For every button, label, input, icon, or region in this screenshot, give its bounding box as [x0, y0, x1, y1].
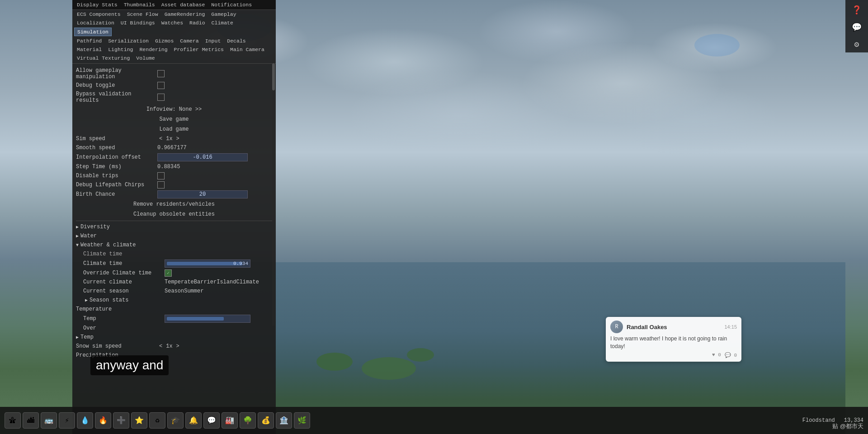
- menu-ui-bindings[interactable]: UI Bindings: [118, 19, 158, 27]
- save-game-button[interactable]: Save game: [156, 115, 193, 123]
- fire-icon[interactable]: 🔥: [95, 412, 111, 429]
- allow-gameplay-checkbox[interactable]: [157, 70, 165, 77]
- menu-virtual-texturing[interactable]: Virtual Texturing: [74, 54, 132, 62]
- menu-localization[interactable]: Localization: [74, 19, 117, 27]
- industry-icon[interactable]: 🏭: [222, 412, 238, 429]
- menu-main-camera[interactable]: Main Camera: [227, 46, 267, 53]
- infoview-button[interactable]: Infoview: None >>: [143, 105, 205, 113]
- taxes-icon[interactable]: 💰: [258, 412, 274, 429]
- birth-chance-input[interactable]: [157, 190, 248, 198]
- menu-volume[interactable]: Volume: [133, 54, 157, 62]
- menu-rendering[interactable]: Rendering: [137, 46, 170, 53]
- chat-header: R Randall Oakes 14:15: [610, 321, 737, 333]
- nature-icon[interactable]: 🌿: [294, 412, 310, 429]
- menu-profiler-metrics[interactable]: Profiler Metrics: [171, 46, 226, 53]
- garbage-icon[interactable]: ♻: [149, 412, 165, 429]
- menu-display-stats[interactable]: Display Stats: [74, 1, 120, 9]
- menu-simulation[interactable]: Simulation: [74, 28, 112, 36]
- climate-time-slider[interactable]: 0.934: [165, 259, 250, 268]
- cleanup-entities-button[interactable]: Cleanup obsolete entities: [130, 210, 218, 218]
- interpolation-input[interactable]: [157, 153, 248, 161]
- override-climate-checkbox[interactable]: [165, 269, 172, 277]
- health-icon[interactable]: ➕: [113, 412, 129, 429]
- menu-gizmos[interactable]: Gizmos: [152, 37, 176, 45]
- temp-label: Temp: [83, 316, 165, 322]
- menu-game-rendering[interactable]: GameRendering: [162, 10, 208, 18]
- scrollbar[interactable]: [272, 54, 275, 326]
- money-icon[interactable]: 🏦: [276, 412, 292, 429]
- current-climate-value: TemperateBarrierIslandClimate: [165, 279, 259, 285]
- temp-slider[interactable]: [165, 315, 250, 323]
- menu-decals[interactable]: Decals: [224, 37, 248, 45]
- menu-material[interactable]: Material: [74, 46, 104, 53]
- zone-icon[interactable]: 🏙: [23, 412, 39, 429]
- menu-gameplay[interactable]: Gameplay: [208, 10, 239, 18]
- bypass-validation-checkbox[interactable]: [157, 94, 165, 101]
- menu-watches[interactable]: Watches: [159, 19, 186, 27]
- debug-lifepath-checkbox[interactable]: [157, 181, 165, 189]
- temp-section[interactable]: Temp: [76, 333, 272, 342]
- parks-icon[interactable]: 🌳: [240, 412, 256, 429]
- load-game-row: Load game: [76, 124, 272, 134]
- divider1: [76, 221, 272, 221]
- save-game-row: Save game: [76, 114, 272, 124]
- snow-sim-left-arrow[interactable]: <: [157, 343, 164, 349]
- debug-lifepath-row: Debug Lifepath Chirps: [76, 180, 272, 189]
- diversity-section[interactable]: Diversity: [76, 222, 272, 231]
- help-icon[interactable]: ❓: [849, 2, 865, 18]
- birth-chance-row: Birth Chance: [76, 189, 272, 199]
- disable-trips-checkbox[interactable]: [157, 172, 165, 179]
- load-game-button[interactable]: Load game: [156, 125, 193, 133]
- city-name: Floodstand: [802, 417, 835, 424]
- allow-gameplay-label: Allow gameplay manipulation: [76, 67, 157, 80]
- chat-edge-icon[interactable]: 💬: [849, 19, 865, 35]
- remove-residents-row: Remove residents/vehicles: [76, 199, 272, 209]
- water-icon[interactable]: 💧: [77, 412, 93, 429]
- temp-section-arrow: [76, 334, 80, 340]
- menu-notifications[interactable]: Notifications: [208, 1, 255, 9]
- bypass-validation-label: Bypass validation results: [76, 91, 157, 104]
- weather-climate-section[interactable]: Weather & climate: [76, 241, 272, 250]
- temperature-label: Temperature: [76, 306, 157, 312]
- step-time-value: 0.88345: [157, 164, 180, 170]
- chat-toolbar-icon[interactable]: 💬: [203, 412, 220, 429]
- scrollbar-thumb: [272, 63, 275, 90]
- menu-serialization[interactable]: Serialization: [105, 37, 151, 45]
- menu-thumbnails[interactable]: Thumbnails: [121, 1, 158, 9]
- temperature-row: Temperature: [76, 305, 272, 314]
- bottom-toolbar: 🛣 🏙 🚌 ⚡ 💧 🔥 ➕ ⭐ ♻ 🎓 🔔 💬 🏭 🌳 💰 🏦 🌿 Floods…: [0, 407, 868, 434]
- road-icon[interactable]: 🛣: [5, 412, 21, 429]
- menu-scene-flow[interactable]: Scene Flow: [124, 10, 161, 18]
- menu-radio[interactable]: Radio: [187, 19, 208, 27]
- water-section[interactable]: Water: [76, 231, 272, 241]
- menu-bar-row1: Display Stats Thumbnails Asset database …: [72, 0, 276, 10]
- temp-slider-row: Temp: [83, 314, 272, 324]
- sim-speed-left-arrow[interactable]: <: [157, 136, 164, 142]
- electricity-icon[interactable]: ⚡: [59, 412, 75, 429]
- menu-pathfind[interactable]: Pathfind: [74, 37, 104, 45]
- avatar: R: [610, 321, 623, 333]
- menu-input[interactable]: Input: [203, 37, 224, 45]
- menu-climate[interactable]: Climate: [209, 19, 236, 27]
- menu-ecs-components[interactable]: ECS Components: [74, 10, 123, 18]
- education-icon[interactable]: 🎓: [167, 412, 184, 429]
- chat-sender-name: Randall Oakes: [627, 324, 667, 330]
- current-season-row: Current season SeasonSummer: [83, 287, 272, 296]
- season-stats-section[interactable]: Season stats: [83, 296, 272, 305]
- deathcare-icon[interactable]: 🔔: [185, 412, 202, 429]
- debug-lifepath-label: Debug Lifepath Chirps: [76, 182, 157, 188]
- climate-time-label: Climate time: [83, 260, 165, 267]
- debug-toggle-checkbox[interactable]: [157, 82, 165, 89]
- branding-platform: 贴: [832, 423, 838, 429]
- police-icon[interactable]: ⭐: [131, 412, 147, 429]
- settings-icon[interactable]: ⚙: [849, 36, 865, 52]
- sim-speed-right-arrow[interactable]: >: [175, 136, 181, 142]
- menu-bar-row4: Pathfind Serialization Gizmos Camera Inp…: [72, 37, 276, 45]
- menu-asset-database[interactable]: Asset database: [159, 1, 208, 9]
- menu-camera[interactable]: Camera: [177, 37, 201, 45]
- snow-sim-right-arrow[interactable]: >: [175, 343, 181, 349]
- remove-residents-button[interactable]: Remove residents/vehicles: [130, 200, 218, 208]
- menu-lighting[interactable]: Lighting: [105, 46, 136, 53]
- diversity-arrow: [76, 224, 80, 230]
- transport-icon[interactable]: 🚌: [41, 412, 57, 429]
